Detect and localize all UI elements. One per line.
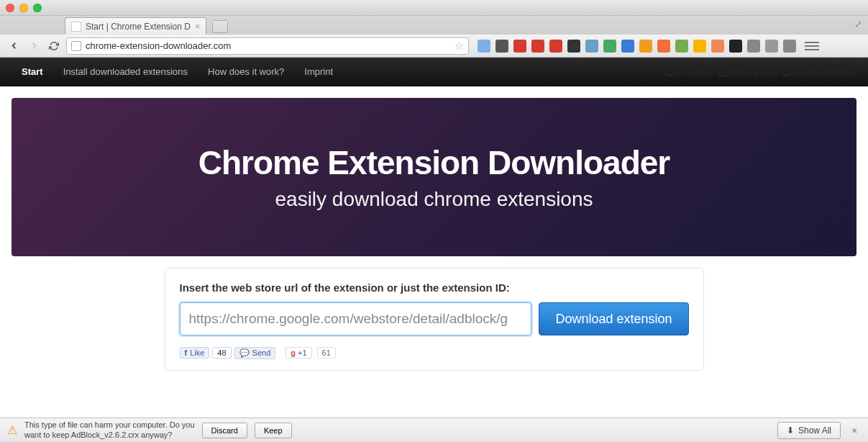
hero-banner: Chrome Extension Downloader easily downl… <box>12 98 856 256</box>
extension-icon-17[interactable] <box>783 40 796 53</box>
reload-button[interactable] <box>46 38 62 54</box>
tab-title: Start | Chrome Extension D <box>86 22 191 32</box>
hero-subtitle: easily download chrome extensions <box>275 188 593 211</box>
extension-url-input[interactable] <box>180 302 532 335</box>
nav-start[interactable]: Start <box>12 58 53 86</box>
close-download-shelf-button[interactable]: × <box>848 425 861 436</box>
warning-icon: ⚠ <box>7 423 17 437</box>
gplus-widget[interactable]: g+1 61 <box>285 346 336 360</box>
extension-icon-7[interactable] <box>603 40 616 53</box>
fb-like-widget[interactable]: fLike 48 💬Send <box>180 346 276 360</box>
extension-icon-9[interactable] <box>639 40 652 53</box>
back-button[interactable] <box>6 38 22 54</box>
input-row: Download extension <box>180 302 689 335</box>
download-arrow-icon: ⬇ <box>787 425 794 436</box>
extension-icon-1[interactable] <box>495 40 508 53</box>
keep-button[interactable]: Keep <box>255 423 292 438</box>
form-label: Insert the web store url of the extensio… <box>180 281 689 294</box>
download-button[interactable]: Download extension <box>539 302 688 335</box>
fb-like-label: Like <box>190 348 204 357</box>
show-all-label: Show All <box>798 425 831 436</box>
nav-brand: Chrome Extension Downloader <box>664 64 856 79</box>
forward-button[interactable] <box>26 38 42 54</box>
gplus-count: 61 <box>317 347 336 358</box>
browser-tab[interactable]: Start | Chrome Extension D × <box>65 17 206 35</box>
fullscreen-icon[interactable]: ⤢ <box>854 19 862 30</box>
nav-imprint[interactable]: Imprint <box>294 58 343 86</box>
site-icon <box>71 41 81 51</box>
extension-icon-5[interactable] <box>567 40 580 53</box>
fb-like-count: 48 <box>212 347 231 358</box>
extension-icon-2[interactable] <box>513 40 526 53</box>
extension-icon-16[interactable] <box>765 40 778 53</box>
site-navbar: Start Install downloaded extensions How … <box>0 58 868 86</box>
extension-icon-0[interactable] <box>478 40 490 53</box>
extension-icon-15[interactable] <box>747 40 760 53</box>
window-close-button[interactable] <box>6 4 14 12</box>
window-minimize-button[interactable] <box>19 4 28 12</box>
extension-icon-11[interactable] <box>675 40 688 53</box>
new-tab-button[interactable] <box>212 20 228 33</box>
bookmark-star-icon[interactable]: ☆ <box>454 40 464 53</box>
show-all-downloads-button[interactable]: ⬇ Show All <box>777 422 841 439</box>
warning-line2: want to keep AdBlock_v2.6.2.crx anyway? <box>24 430 195 440</box>
facebook-icon: f <box>185 348 188 357</box>
address-bar[interactable]: chrome-extension-downloader.com ☆ <box>66 37 469 55</box>
speech-icon: 💬 <box>239 348 250 358</box>
download-form-card: Insert the web store url of the extensio… <box>165 268 704 371</box>
page-icon <box>71 22 81 32</box>
window-titlebar <box>0 0 868 16</box>
chrome-menu-button[interactable] <box>805 42 819 50</box>
extension-icon-3[interactable] <box>531 40 544 53</box>
discard-button[interactable]: Discard <box>202 423 247 438</box>
hero-title: Chrome Extension Downloader <box>198 143 670 182</box>
extension-icon-8[interactable] <box>621 40 634 53</box>
tab-strip: Start | Chrome Extension D × ⤢ <box>0 16 868 35</box>
extension-icon-4[interactable] <box>549 40 562 53</box>
social-row: fLike 48 💬Send g+1 61 <box>180 346 689 360</box>
browser-toolbar: chrome-extension-downloader.com ☆ <box>0 35 868 58</box>
extension-icon-13[interactable] <box>711 40 724 53</box>
google-plus-icon: g <box>291 348 296 357</box>
nav-how[interactable]: How does it work? <box>198 58 294 86</box>
gplus-label: +1 <box>298 348 307 357</box>
nav-install[interactable]: Install downloaded extensions <box>53 58 198 86</box>
fb-send-label: Send <box>252 348 271 357</box>
extension-icon-6[interactable] <box>585 40 598 53</box>
extension-icon-10[interactable] <box>657 40 670 53</box>
window-zoom-button[interactable] <box>33 4 42 12</box>
tab-close-button[interactable]: × <box>195 21 201 32</box>
warning-line1: This type of file can harm your computer… <box>24 420 195 430</box>
download-warning-text: This type of file can harm your computer… <box>24 420 195 439</box>
extension-icons <box>478 40 796 53</box>
url-text: chrome-extension-downloader.com <box>86 40 231 51</box>
extension-icon-14[interactable] <box>729 40 742 53</box>
download-shelf: ⚠ This type of file can harm your comput… <box>0 418 868 442</box>
extension-icon-12[interactable] <box>693 40 706 53</box>
